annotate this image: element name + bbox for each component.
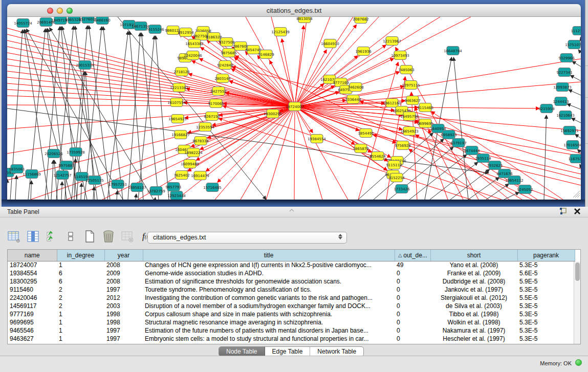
graph-node[interactable]: 17359928: [67, 148, 85, 157]
graph-node[interactable]: 20015334: [76, 61, 94, 70]
graph-node[interactable]: 1961936: [355, 47, 372, 56]
graph-node[interactable]: 2718126: [173, 68, 190, 76]
graph-node[interactable]: 9146829: [258, 50, 274, 59]
show-columns-icon[interactable]: [26, 230, 39, 243]
column-header-name[interactable]: name: [8, 250, 57, 261]
graph-node[interactable]: 8427552: [210, 87, 226, 96]
graph-node[interactable]: 6958923: [441, 130, 456, 139]
graph-node[interactable]: 9463627: [404, 96, 420, 105]
table-selector-dropdown[interactable]: citations_edges.txt: [147, 232, 347, 244]
graph-node[interactable]: 6466160: [94, 17, 110, 25]
graph-node[interactable]: 9245052: [517, 185, 533, 194]
graph-node[interactable]: 7485063: [398, 65, 414, 74]
graph-node[interactable]: 7932621: [487, 161, 503, 170]
graph-node[interactable]: 14055724: [14, 19, 32, 28]
graph-node[interactable]: 12213967: [383, 37, 401, 46]
memory-ok-indicator-icon[interactable]: [575, 359, 582, 366]
rows-icon[interactable]: [64, 230, 77, 243]
graph-node[interactable]: 1167533: [568, 155, 581, 163]
new-document-icon[interactable]: [83, 230, 96, 243]
table-row[interactable]: 911546021997Tourette syndrome. Phenomeno…: [8, 286, 575, 294]
network-window-titlebar[interactable]: citations_edges.txt: [7, 4, 581, 17]
graph-node[interactable]: 6379197: [450, 139, 466, 147]
graph-node[interactable]: 2087682: [353, 17, 368, 24]
column-header-short[interactable]: short: [430, 250, 517, 261]
table-row[interactable]: 2242004622012Investigating the contribut…: [8, 294, 575, 302]
graph-node[interactable]: 9554624: [369, 152, 386, 161]
float-window-icon[interactable]: [559, 207, 568, 217]
graph-node[interactable]: 9875685: [221, 49, 236, 57]
graph-node[interactable]: 1112753: [571, 27, 581, 35]
graph-node[interactable]: 19384554: [308, 135, 326, 143]
graph-node[interactable]: 8267150: [204, 112, 220, 121]
graph-node[interactable]: 16648784: [444, 47, 462, 55]
tab-network-table[interactable]: Network Table: [310, 347, 363, 356]
delete-table-icon[interactable]: [102, 230, 115, 243]
graph-node[interactable]: 16782759: [147, 187, 165, 195]
close-panel-icon[interactable]: [574, 208, 581, 217]
graph-node[interactable]: 2336444: [345, 95, 361, 104]
graph-node[interactable]: 19654923: [168, 115, 187, 123]
table-row[interactable]: 1938455462009Genome-wide association stu…: [8, 269, 575, 277]
graph-node[interactable]: 8912954: [178, 28, 194, 37]
table-row[interactable]: 946554611997Estimation of the future num…: [8, 326, 575, 335]
graph-node[interactable]: 12142757: [53, 171, 72, 180]
table-row[interactable]: 1872400712008Changes of HCN gene express…: [8, 261, 575, 269]
graph-node[interactable]: 16958107: [128, 183, 146, 192]
graph-node[interactable]: 7462608: [347, 83, 363, 92]
graph-node[interactable]: 9474444: [464, 146, 480, 155]
graph-node[interactable]: 8215958: [538, 104, 554, 113]
column-header-out_de[interactable]: △out_de...: [395, 250, 430, 261]
graph-node[interactable]: 9152254: [388, 173, 405, 182]
graph-node[interactable]: 8813054: [296, 17, 313, 23]
graph-node[interactable]: 11156869: [23, 170, 41, 179]
graph-node[interactable]: 9329966: [558, 54, 575, 62]
graph-node[interactable]: 15716485: [203, 183, 222, 192]
table-row[interactable]: 977716911998Corpus callosum shape and si…: [8, 310, 575, 318]
tab-edge-table[interactable]: Edge Table: [265, 347, 311, 356]
table-vertical-scrollbar[interactable]: [574, 261, 580, 344]
graph-node[interactable]: 15751074: [565, 40, 581, 49]
graph-node[interactable]: 8678334: [192, 137, 209, 145]
graph-node[interactable]: 16604910: [321, 39, 339, 48]
column-header-year[interactable]: year: [104, 250, 143, 261]
graph-node[interactable]: 9115460: [417, 103, 433, 112]
table-settings-icon[interactable]: ⚙: [7, 230, 20, 243]
graph-node[interactable]: 12923448: [167, 191, 186, 200]
graph-node[interactable]: 10973493: [391, 51, 409, 60]
panel-resize-grip-icon[interactable]: [289, 205, 295, 208]
graph-node[interactable]: 12125439: [271, 28, 290, 36]
graph-node[interactable]: 9115112: [386, 161, 402, 169]
graph-node[interactable]: 15692971: [560, 126, 579, 135]
table-row[interactable]: 969969511998Structural magnetic resonanc…: [8, 318, 575, 326]
graph-node[interactable]: 9242848: [217, 61, 233, 70]
graph-node[interactable]: 1854491: [358, 129, 374, 138]
graph-node[interactable]: 16099489: [181, 160, 199, 168]
graph-node[interactable]: 1244413: [553, 97, 569, 106]
graph-node[interactable]: 9975887: [58, 161, 74, 170]
graph-node[interactable]: 16914479: [191, 171, 209, 180]
graph-node[interactable]: 19166827: [171, 130, 190, 139]
graph-node[interactable]: 9756928: [395, 141, 410, 150]
graph-node[interactable]: 1733426: [394, 185, 410, 193]
select-all-columns-icon[interactable]: [45, 230, 58, 243]
network-canvas[interactable]: 1405572420691406184971911065328715276025…: [7, 17, 581, 200]
column-header-in_degree[interactable]: in_degree: [57, 250, 104, 261]
import-table-icon[interactable]: [121, 230, 134, 243]
table-row[interactable]: 1830029562008Estimation of significance …: [8, 277, 575, 286]
graph-node[interactable]: 9857791: [165, 183, 181, 191]
graph-node[interactable]: 2803144: [214, 74, 231, 83]
table-row[interactable]: 1456911722003Disruption of a novel membe…: [8, 302, 575, 310]
graph-node[interactable]: 7625402: [173, 171, 189, 180]
tab-node-table[interactable]: Node Table: [219, 347, 265, 356]
graph-node[interactable]: 17016504: [563, 141, 581, 149]
canvas-resize-grip-icon[interactable]: [573, 191, 580, 198]
graph-node[interactable]: 2935114: [475, 154, 491, 163]
table-row[interactable]: 946362711997Embryonic stem cells: a mode…: [8, 335, 575, 343]
scrollbar-thumb[interactable]: [575, 262, 580, 281]
graph-node[interactable]: 9227341: [556, 68, 572, 77]
graph-node[interactable]: 9170065: [208, 99, 224, 108]
column-header-title[interactable]: title: [143, 250, 395, 261]
column-header-pagerank[interactable]: pagerank: [517, 250, 575, 261]
graph-node[interactable]: 1865879: [353, 144, 368, 153]
